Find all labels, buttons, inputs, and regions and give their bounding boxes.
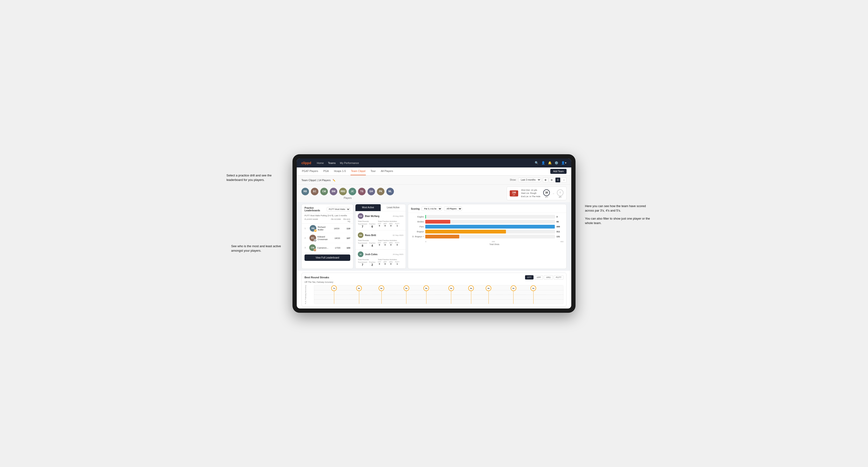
streak-bubble-1[interactable]: 6x [356,285,362,291]
nav-my-performance[interactable]: My Performance [340,161,359,164]
streaks-tab-arg[interactable]: ARG [544,275,553,280]
player-activity-header-josh: JC Josh Coles 26 Aug 2023 [358,251,403,257]
avatar-1[interactable]: RB [302,188,309,195]
nav-teams[interactable]: Teams [328,161,336,164]
period-select[interactable]: Last 3 months [518,178,541,182]
show-controls: Show: Last 3 months ⊞ ⊟ ☰ ↕ [510,177,566,183]
streak-pin-7[interactable]: 4x [486,285,491,304]
avatar-5[interactable]: RB2 [339,188,347,195]
avatar-7[interactable]: TS [358,188,366,195]
scoring-bar-pars [425,225,555,228]
people-icon[interactable]: 👤 [541,161,545,165]
streak-bubble-0[interactable]: 7x [331,285,337,291]
sort-icon[interactable]: ↕ [561,177,566,183]
annotation-top-left: Select a practice drill and see the lead… [226,173,278,182]
scoring-bar-eagles [425,215,426,219]
avatar-10[interactable]: ML [386,188,394,195]
sub-nav-all-players[interactable]: All Players [380,167,394,175]
sub-nav-hcaps[interactable]: Hcaps 1-5 [334,167,346,175]
tab-least-active[interactable]: Least Active [381,204,406,211]
streak-bubble-4[interactable]: 5x [423,285,429,291]
drill-select[interactable]: PUTT Must Make Putting... [327,207,350,211]
scoring-row-eagles: Eagles 3 [411,215,563,219]
pa-avatar-rees[interactable]: RB [358,232,364,238]
streaks-tab-putt[interactable]: PUTT [554,275,564,280]
streak-bubble-7[interactable]: 4x [486,285,491,291]
bell-icon[interactable]: 🔔 [548,161,552,165]
avatar-3[interactable]: CM [320,188,328,195]
scoring-bar-bogeys [425,230,506,234]
scoring-bar-wrap-birdies [425,220,555,224]
streak-bubble-9[interactable]: 3x [530,285,536,291]
add-team-button[interactable]: Add Team [550,169,566,174]
streak-bubble-6[interactable]: 4x [468,285,474,291]
rounds-values-rees: Tournament 8 Practice 4 [358,242,375,247]
lb-avatar-1[interactable]: RB ★ [310,225,316,231]
medal-silver: ★ [314,239,316,242]
streaks-tab-ott[interactable]: OTT [525,275,533,280]
grid-line-1 [314,290,563,290]
tab-most-active[interactable]: Most Active [355,204,381,211]
avatar-2[interactable]: EC [311,188,318,195]
team-title: Team Clippd | 14 Players ✏️ [302,178,335,182]
sub-nav-pgat[interactable]: PGAT Players [302,167,319,175]
grid-line-3 [314,299,563,300]
streak-line-4 [426,291,427,304]
player-info-rees: RB Rees Britt [358,232,376,238]
leaderboard-row-2: 2 EC ★ Edward Crossman 18/20 107 [302,233,353,243]
streak-pin-5[interactable]: 4x [448,285,454,304]
lb-avatar-3[interactable]: CM ★ [309,244,316,251]
lb-avatar-2[interactable]: EC ★ [309,235,316,241]
streak-pin-3[interactable]: 5x [404,285,409,304]
streaks-subtitle: Off The Tee, Fairway Accuracy [305,281,563,283]
tablet-frame: clippd Home Teams My Performance 🔍 👤 🔔 ⚙… [292,154,576,313]
list-icon[interactable]: ☰ [555,177,560,183]
scoring-bar-wrap-bogeys [425,230,555,234]
streak-pin-4[interactable]: 5x [423,285,429,304]
streak-pin-0[interactable]: 7x [331,285,337,304]
yds-right-circle: 0 [557,189,563,196]
search-icon[interactable]: 🔍 [535,161,538,165]
streak-pin-9[interactable]: 3x [530,285,536,304]
streak-pin-8[interactable]: 3x [511,285,516,304]
settings-icon[interactable]: ⚙️ [555,161,558,165]
pa-avatar-blair[interactable]: BM [358,213,364,219]
view-full-leaderboard-button[interactable]: View Full Leaderboard [305,254,350,261]
streak-bubble-2[interactable]: 6x [379,285,384,291]
leaderboard-title: Practice Leaderboards [305,207,327,212]
scoring-row-pars: Pars 499 [411,225,563,228]
edit-team-icon[interactable]: ✏️ [333,179,335,182]
grid-large-icon[interactable]: ⊞ [543,177,548,183]
shot-distance-badge: 198 yds [510,190,518,196]
streak-pin-1[interactable]: 6x [356,285,362,304]
streak-bubble-3[interactable]: 5x [404,285,409,291]
shot-info-card: 198 yds Shot Dist: 16 yds Start Lie: Rou… [507,187,566,200]
sub-nav-pga[interactable]: PGA [323,167,329,175]
sub-nav-team-clippd[interactable]: Team Clippd [350,167,366,175]
practice-cols-josh: OTT 0 APP 0 ARG 0 [378,261,399,265]
leaderboard-card-header: Practice Leaderboards PUTT Must Make Put… [302,204,353,214]
avatar-6[interactable]: JC [349,188,356,195]
streak-pin-2[interactable]: 6x [379,285,384,304]
sub-nav-tour[interactable]: Tour [370,167,376,175]
grid-small-icon[interactable]: ⊟ [549,177,554,183]
pa-avatar-josh[interactable]: JC [358,251,364,257]
rounds-values-josh: Tournament 7 Practice 2 [358,261,375,267]
streak-line-1 [359,291,359,304]
streaks-tab-app[interactable]: APP [534,275,543,280]
players-row: RB EC CM BM RB2 JC TS GH PK ML Players [297,185,571,203]
top-nav: clippd Home Teams My Performance 🔍 👤 🔔 ⚙… [297,158,571,167]
streak-pin-6[interactable]: 4x [468,285,474,304]
user-avatar-icon[interactable]: 👤▾ [561,161,566,165]
nav-home[interactable]: Home [317,161,323,164]
streak-bubble-5[interactable]: 4x [448,285,454,291]
scoring-bar-dbogeys [425,235,459,239]
avatar-9[interactable]: PK [377,188,384,195]
tablet-screen: clippd Home Teams My Performance 🔍 👤 🔔 ⚙… [297,158,571,309]
par-filter-select[interactable]: Par 3, 4 & 5s [422,207,442,211]
players-filter-select[interactable]: All Players [444,207,462,211]
streak-bubble-8[interactable]: 3x [511,285,516,291]
avatar-4[interactable]: BM [330,188,337,195]
avatar-8[interactable]: GH [368,188,375,195]
nav-icons: 🔍 👤 🔔 ⚙️ 👤▾ [535,161,566,165]
